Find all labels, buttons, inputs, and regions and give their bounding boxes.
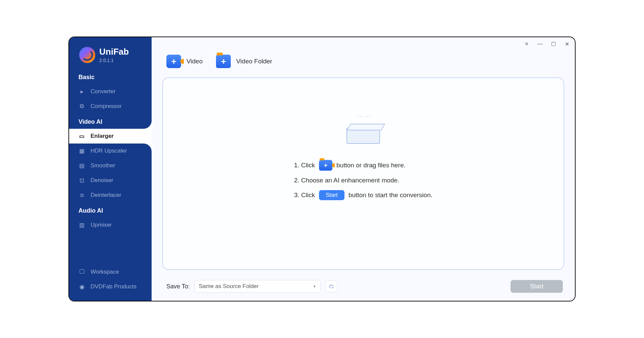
deinterlace-icon: ⧈ — [78, 192, 85, 198]
chevron-down-icon: ▼ — [313, 285, 316, 288]
bottom-bar: Save To: Same as Source Folder ▼ 🗀 Start — [152, 275, 575, 301]
empty-illustration: · · — · — · — [330, 114, 397, 148]
hdr-icon: ▦ — [78, 148, 85, 154]
main-area: ≡ — ☐ ✕ + Video + Video Folder · · — · —… — [152, 37, 575, 301]
play-icon: ▸ — [78, 89, 85, 94]
top-actions: + Video + Video Folder — [152, 37, 575, 75]
step-3: 3. Click Start button to start the conve… — [294, 190, 433, 200]
save-to-value: Same as Source Folder — [199, 283, 259, 290]
section-video-ai: Video AI — [69, 114, 152, 129]
brand-name: UniFab — [99, 47, 129, 57]
sidebar-item-label: HDR Upscaler — [91, 148, 127, 154]
sidebar-item-label: Workspace — [91, 269, 119, 275]
smooth-icon: ▤ — [78, 163, 85, 168]
sidebar-item-upmixer[interactable]: ▥ Upmixer — [69, 218, 152, 232]
compress-icon: ⧉ — [78, 104, 85, 109]
step-2: 2. Choose an AI enhancement mode. — [294, 177, 399, 184]
denoise-icon: ⊡ — [78, 178, 85, 183]
action-label: Video — [186, 58, 203, 65]
sidebar-item-enlarger[interactable]: ▭ Enlarger — [69, 129, 152, 144]
sidebar-item-label: Deinterlacer — [91, 192, 121, 199]
sidebar-item-label: Converter — [91, 88, 116, 95]
add-video-icon: + — [319, 160, 332, 171]
section-basic: Basic — [69, 69, 152, 84]
sidebar-item-workspace[interactable]: 🖵 Workspace — [69, 265, 152, 279]
sidebar-item-label: Denoiser — [91, 177, 113, 184]
close-icon[interactable]: ✕ — [563, 40, 571, 48]
sidebar-item-label: Enlarger — [91, 133, 114, 139]
sidebar-item-label: Smoother — [91, 162, 115, 169]
sidebar-item-label: DVDFab Products — [91, 283, 137, 290]
start-badge: Start — [319, 190, 344, 200]
sidebar-item-label: Compressor — [91, 103, 122, 110]
section-audio-ai: Audio AI — [69, 203, 152, 218]
logo-area: UniFab 2.0.1.1 — [69, 37, 152, 69]
add-folder-button[interactable]: + Video Folder — [216, 55, 272, 68]
sidebar-item-converter[interactable]: ▸ Converter — [69, 84, 152, 99]
action-label: Video Folder — [236, 58, 272, 65]
sidebar-item-hdr-upscaler[interactable]: ▦ HDR Upscaler — [69, 144, 152, 158]
browse-folder-button[interactable]: 🗀 — [325, 280, 337, 292]
minimize-icon[interactable]: — — [536, 40, 544, 48]
save-to-select[interactable]: Same as Source Folder ▼ — [195, 280, 321, 293]
sidebar-item-smoother[interactable]: ▤ Smoother — [69, 158, 152, 173]
sidebar-item-compressor[interactable]: ⧉ Compressor — [69, 99, 152, 114]
start-button[interactable]: Start — [511, 280, 563, 293]
add-folder-icon: + — [216, 55, 231, 68]
brand-version: 2.0.1.1 — [99, 58, 129, 63]
drop-zone[interactable]: · · — · — · 1. Click + button or drag fi… — [162, 77, 564, 270]
app-window: UniFab 2.0.1.1 Basic ▸ Converter ⧉ Compr… — [68, 37, 576, 301]
sidebar-item-dvdfab[interactable]: ◉ DVDFab Products — [69, 279, 152, 294]
enlarge-icon: ▭ — [78, 133, 85, 139]
add-video-button[interactable]: + Video — [166, 55, 203, 68]
sidebar: UniFab 2.0.1.1 Basic ▸ Converter ⧉ Compr… — [69, 37, 152, 301]
logo-icon — [79, 47, 95, 63]
titlebar-controls: ≡ — ☐ ✕ — [523, 40, 571, 48]
folder-icon: 🗀 — [329, 283, 334, 289]
maximize-icon[interactable]: ☐ — [549, 40, 557, 48]
add-video-icon: + — [166, 55, 181, 68]
sidebar-item-denoiser[interactable]: ⊡ Denoiser — [69, 173, 152, 188]
monitor-icon: 🖵 — [78, 269, 85, 275]
sidebar-item-label: Upmixer — [91, 222, 112, 228]
step-1: 1. Click + button or drag files here. — [294, 160, 406, 171]
upmix-icon: ▥ — [78, 222, 85, 228]
sidebar-item-deinterlacer[interactable]: ⧈ Deinterlacer — [69, 188, 152, 203]
save-to-label: Save To: — [166, 283, 190, 290]
dvdfab-icon: ◉ — [78, 284, 85, 289]
steps-list: 1. Click + button or drag files here. 2.… — [294, 160, 433, 200]
menu-icon[interactable]: ≡ — [523, 40, 531, 48]
